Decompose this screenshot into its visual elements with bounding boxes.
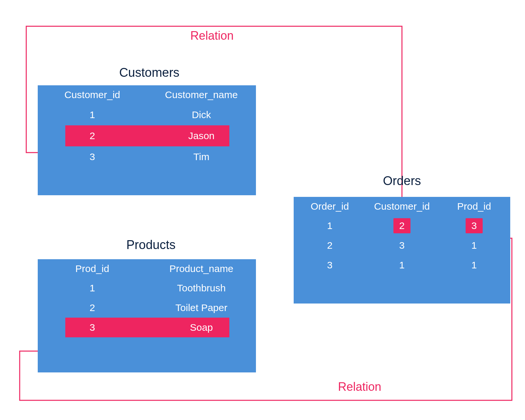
customers-header-row: Customer_id Customer_name [38,85,256,104]
orders-cell-orderid: 1 [294,220,366,231]
customers-row: 1Dick [38,104,256,125]
products-cell-id: 1 [38,283,147,294]
orders-row: 311 [294,255,510,275]
orders-header-customerid: Customer_id [366,201,438,212]
customers-row: 2Jason [38,125,256,146]
orders-cell-prodid: 1 [438,260,510,271]
customers-row: 3Tim [38,146,256,167]
orders-cell-orderid: 2 [294,240,366,251]
customers-cell-id: 2 [38,130,147,141]
orders-cell-customerid: 3 [366,240,438,251]
customers-cell-name: Dick [147,109,256,120]
products-cell-id: 2 [38,302,147,313]
relation-label-top: Relation [190,29,234,43]
orders-row: 231 [294,236,510,255]
products-cell-id: 3 [38,322,147,333]
relation-label-bottom: Relation [338,380,381,394]
products-row: 2Toilet Paper [38,298,256,318]
orders-cell-customerid: 1 [366,260,438,271]
customers-cell-name: Tim [147,151,256,162]
products-cell-name: Soap [147,322,256,333]
customers-title: Customers [110,66,189,80]
products-table: Prod_id Product_name 1Toothbrush2Toilet … [38,259,256,372]
orders-header-orderid: Order_id [294,201,366,212]
customers-header-id: Customer_id [38,89,147,100]
orders-cell-customerid: 2 [366,218,438,233]
products-header-id: Prod_id [38,263,147,274]
products-title: Products [118,238,184,252]
products-row: 3Soap [38,318,256,337]
highlight-cell: 3 [466,218,483,233]
orders-cell-prodid: 3 [438,218,510,233]
products-row: 1Toothbrush [38,278,256,298]
orders-header-prodid: Prod_id [438,201,510,212]
products-cell-name: Toilet Paper [147,302,256,313]
orders-title: Orders [376,174,428,188]
customers-header-name: Customer_name [147,89,256,100]
orders-row: 123 [294,216,510,236]
orders-table: Order_id Customer_id Prod_id 123231311 [294,197,510,304]
products-cell-name: Toothbrush [147,283,256,294]
diagram-canvas: Relation Relation Customers Customer_id … [0,0,525,420]
products-header-name: Product_name [147,263,256,274]
orders-cell-orderid: 3 [294,260,366,271]
customers-cell-id: 1 [38,109,147,120]
orders-cell-prodid: 1 [438,240,510,251]
orders-header-row: Order_id Customer_id Prod_id [294,197,510,216]
products-header-row: Prod_id Product_name [38,259,256,278]
customers-table: Customer_id Customer_name 1Dick2Jason3Ti… [38,85,256,195]
customers-cell-name: Jason [147,130,256,141]
customers-cell-id: 3 [38,151,147,162]
highlight-cell: 2 [393,218,411,233]
